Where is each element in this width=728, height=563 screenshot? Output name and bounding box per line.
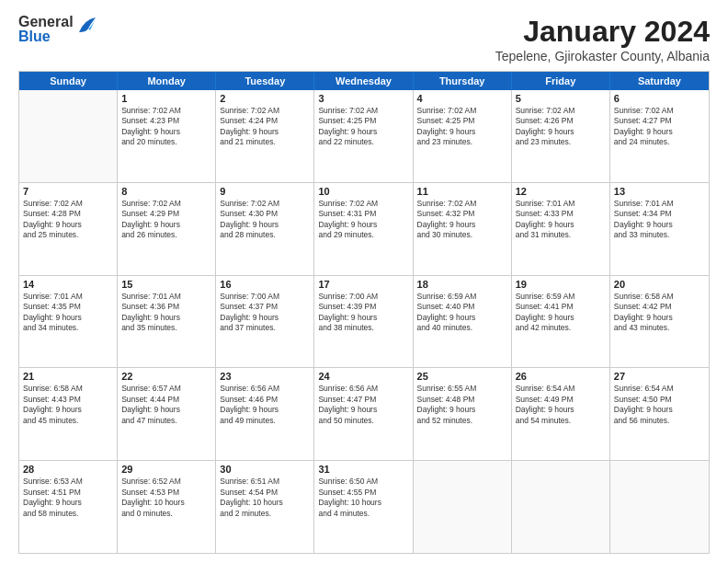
day-number: 12 — [516, 186, 606, 197]
calendar-week-4: 21Sunrise: 6:58 AMSunset: 4:43 PMDayligh… — [19, 368, 709, 461]
day-info: Sunrise: 7:01 AMSunset: 4:33 PMDaylight:… — [516, 199, 606, 241]
calendar-cell: 3Sunrise: 7:02 AMSunset: 4:25 PMDaylight… — [314, 90, 413, 182]
day-number: 7 — [23, 186, 113, 197]
day-info: Sunrise: 6:59 AMSunset: 4:40 PMDaylight:… — [417, 292, 507, 334]
day-number: 25 — [417, 371, 507, 382]
day-number: 3 — [318, 93, 408, 104]
day-number: 15 — [121, 279, 211, 290]
calendar-cell: 19Sunrise: 6:59 AMSunset: 4:41 PMDayligh… — [512, 276, 610, 368]
day-number: 31 — [318, 464, 408, 475]
calendar-cell: 18Sunrise: 6:59 AMSunset: 4:40 PMDayligh… — [414, 276, 512, 368]
day-info: Sunrise: 7:00 AMSunset: 4:39 PMDaylight:… — [318, 292, 408, 334]
day-number: 9 — [220, 186, 310, 197]
calendar-cell: 4Sunrise: 7:02 AMSunset: 4:25 PMDaylight… — [414, 90, 512, 182]
calendar-cell: 2Sunrise: 7:02 AMSunset: 4:24 PMDaylight… — [216, 90, 314, 182]
day-info: Sunrise: 7:02 AMSunset: 4:27 PMDaylight:… — [614, 106, 705, 148]
day-number: 6 — [614, 93, 705, 104]
calendar-cell: 27Sunrise: 6:54 AMSunset: 4:50 PMDayligh… — [610, 368, 709, 460]
calendar-cell: 16Sunrise: 7:00 AMSunset: 4:37 PMDayligh… — [216, 276, 314, 368]
calendar-cell: 23Sunrise: 6:56 AMSunset: 4:46 PMDayligh… — [216, 368, 314, 460]
header-day-saturday: Saturday — [610, 72, 709, 90]
day-number: 13 — [614, 186, 705, 197]
day-info: Sunrise: 7:02 AMSunset: 4:25 PMDaylight:… — [318, 106, 408, 148]
header-day-friday: Friday — [512, 72, 610, 90]
calendar-body: 1Sunrise: 7:02 AMSunset: 4:23 PMDaylight… — [19, 90, 709, 553]
page: General Blue January 2024 Tepelene, Gjir… — [0, 0, 728, 563]
day-number: 10 — [318, 186, 408, 197]
calendar-cell: 9Sunrise: 7:02 AMSunset: 4:30 PMDaylight… — [216, 183, 314, 275]
calendar-cell: 20Sunrise: 6:58 AMSunset: 4:42 PMDayligh… — [610, 276, 709, 368]
calendar-cell — [512, 461, 610, 553]
day-number: 17 — [318, 279, 408, 290]
day-number: 24 — [318, 371, 408, 382]
calendar-cell: 5Sunrise: 7:02 AMSunset: 4:26 PMDaylight… — [512, 90, 610, 182]
calendar-header: SundayMondayTuesdayWednesdayThursdayFrid… — [19, 72, 709, 90]
day-info: Sunrise: 7:02 AMSunset: 4:28 PMDaylight:… — [23, 199, 113, 241]
calendar-cell: 15Sunrise: 7:01 AMSunset: 4:36 PMDayligh… — [118, 276, 216, 368]
day-info: Sunrise: 7:01 AMSunset: 4:36 PMDaylight:… — [121, 292, 211, 334]
calendar-cell — [610, 461, 709, 553]
day-number: 14 — [23, 279, 113, 290]
calendar-week-5: 28Sunrise: 6:53 AMSunset: 4:51 PMDayligh… — [19, 461, 709, 553]
logo-blue-text: Blue — [18, 29, 74, 44]
day-number: 26 — [516, 371, 606, 382]
calendar-cell: 25Sunrise: 6:55 AMSunset: 4:48 PMDayligh… — [414, 368, 512, 460]
day-info: Sunrise: 7:02 AMSunset: 4:32 PMDaylight:… — [417, 199, 507, 241]
header-day-wednesday: Wednesday — [314, 72, 413, 90]
day-info: Sunrise: 7:02 AMSunset: 4:23 PMDaylight:… — [121, 106, 211, 148]
day-number: 21 — [23, 371, 113, 382]
calendar-cell: 8Sunrise: 7:02 AMSunset: 4:29 PMDaylight… — [118, 183, 216, 275]
calendar-cell: 17Sunrise: 7:00 AMSunset: 4:39 PMDayligh… — [314, 276, 413, 368]
day-number: 16 — [220, 279, 310, 290]
day-info: Sunrise: 7:02 AMSunset: 4:29 PMDaylight:… — [121, 199, 211, 241]
day-info: Sunrise: 7:02 AMSunset: 4:31 PMDaylight:… — [318, 199, 408, 241]
day-number: 28 — [23, 464, 113, 475]
calendar-cell: 21Sunrise: 6:58 AMSunset: 4:43 PMDayligh… — [19, 368, 118, 460]
calendar-cell: 24Sunrise: 6:56 AMSunset: 4:47 PMDayligh… — [314, 368, 413, 460]
calendar-cell: 31Sunrise: 6:50 AMSunset: 4:55 PMDayligh… — [314, 461, 413, 553]
title-area: January 2024 Tepelene, Gjirokaster Count… — [495, 15, 710, 63]
day-number: 8 — [121, 186, 211, 197]
calendar-cell: 30Sunrise: 6:51 AMSunset: 4:54 PMDayligh… — [216, 461, 314, 553]
day-info: Sunrise: 6:56 AMSunset: 4:47 PMDaylight:… — [318, 384, 408, 426]
day-number: 1 — [121, 93, 211, 104]
calendar-week-1: 1Sunrise: 7:02 AMSunset: 4:23 PMDaylight… — [19, 90, 709, 183]
day-info: Sunrise: 6:54 AMSunset: 4:49 PMDaylight:… — [516, 384, 606, 426]
calendar-cell: 22Sunrise: 6:57 AMSunset: 4:44 PMDayligh… — [118, 368, 216, 460]
day-number: 4 — [417, 93, 507, 104]
calendar-cell: 14Sunrise: 7:01 AMSunset: 4:35 PMDayligh… — [19, 276, 118, 368]
calendar-cell: 10Sunrise: 7:02 AMSunset: 4:31 PMDayligh… — [314, 183, 413, 275]
header-day-tuesday: Tuesday — [216, 72, 314, 90]
calendar-cell: 29Sunrise: 6:52 AMSunset: 4:53 PMDayligh… — [118, 461, 216, 553]
day-info: Sunrise: 7:02 AMSunset: 4:30 PMDaylight:… — [220, 199, 310, 241]
day-info: Sunrise: 6:56 AMSunset: 4:46 PMDaylight:… — [220, 384, 310, 426]
calendar-cell: 6Sunrise: 7:02 AMSunset: 4:27 PMDaylight… — [610, 90, 709, 182]
day-info: Sunrise: 6:55 AMSunset: 4:48 PMDaylight:… — [417, 384, 507, 426]
day-number: 23 — [220, 371, 310, 382]
day-info: Sunrise: 7:00 AMSunset: 4:37 PMDaylight:… — [220, 292, 310, 334]
logo-bird-icon — [77, 16, 97, 40]
day-info: Sunrise: 7:02 AMSunset: 4:26 PMDaylight:… — [516, 106, 606, 148]
day-number: 29 — [121, 464, 211, 475]
day-info: Sunrise: 6:58 AMSunset: 4:43 PMDaylight:… — [23, 384, 113, 426]
day-info: Sunrise: 6:58 AMSunset: 4:42 PMDaylight:… — [614, 292, 705, 334]
calendar-cell: 13Sunrise: 7:01 AMSunset: 4:34 PMDayligh… — [610, 183, 709, 275]
header: General Blue January 2024 Tepelene, Gjir… — [18, 15, 710, 63]
calendar-week-3: 14Sunrise: 7:01 AMSunset: 4:35 PMDayligh… — [19, 276, 709, 369]
day-number: 20 — [614, 279, 705, 290]
day-number: 11 — [417, 186, 507, 197]
calendar-cell: 1Sunrise: 7:02 AMSunset: 4:23 PMDaylight… — [118, 90, 216, 182]
day-info: Sunrise: 6:53 AMSunset: 4:51 PMDaylight:… — [23, 477, 113, 519]
day-info: Sunrise: 7:02 AMSunset: 4:24 PMDaylight:… — [220, 106, 310, 148]
header-day-thursday: Thursday — [414, 72, 512, 90]
day-number: 22 — [121, 371, 211, 382]
calendar-cell: 7Sunrise: 7:02 AMSunset: 4:28 PMDaylight… — [19, 183, 118, 275]
logo: General Blue — [18, 15, 97, 44]
day-number: 2 — [220, 93, 310, 104]
calendar-cell: 11Sunrise: 7:02 AMSunset: 4:32 PMDayligh… — [414, 183, 512, 275]
logo-general-text: General — [18, 15, 74, 29]
day-number: 19 — [516, 279, 606, 290]
header-day-sunday: Sunday — [19, 72, 118, 90]
day-number: 30 — [220, 464, 310, 475]
day-info: Sunrise: 6:51 AMSunset: 4:54 PMDaylight:… — [220, 477, 310, 519]
